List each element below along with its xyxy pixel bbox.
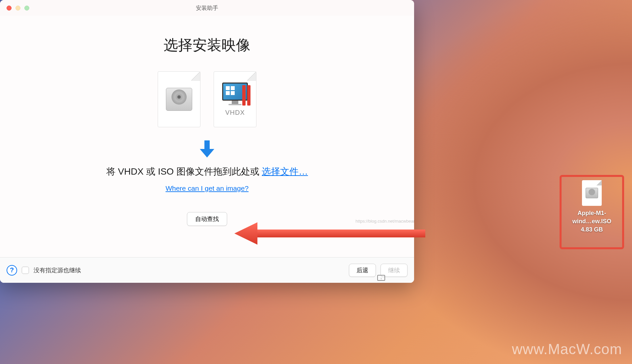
vhdx-card[interactable]: VHDX [214,71,256,127]
image-type-options: VHDX [158,71,256,127]
checkbox-label: 没有指定源也继续 [34,266,344,274]
monitor-icon [222,83,248,106]
close-button[interactable] [7,6,12,11]
titlebar: 安装助手 [0,0,414,16]
drag-instruction: 将 VHDX 或 ISO 图像文件拖到此处或 选择文件… [106,165,308,178]
desktop-iso-file[interactable]: Apple-M1- wind…ew.ISO 4.83 GB [560,175,624,249]
watermark-csdn: https://blog.csdn.net/macwbear [356,219,415,224]
page-heading: 选择安装映像 [164,36,250,55]
where-get-image-link[interactable]: Where can I get an image? [166,184,249,192]
display-mode-icon[interactable] [377,275,385,281]
vhdx-label: VHDX [225,109,245,116]
svg-rect-0 [204,140,210,150]
disk-icon [166,88,192,111]
help-button[interactable]: ? [7,265,17,276]
minimize-button [15,6,20,11]
continue-without-source-checkbox[interactable] [22,267,29,274]
disk-image-card[interactable] [158,71,200,127]
auto-find-button[interactable]: 自动查找 [187,212,227,226]
installer-window: 安装助手 选择安装映像 VHDX [0,0,414,283]
iso-file-name: Apple-M1- wind…ew.ISO 4.83 GB [572,209,611,234]
footer-bar: ? 没有指定源也继续 后退 继续 [0,257,414,283]
traffic-lights [0,6,29,11]
watermark-macw: www.MacW.com [512,341,622,357]
instruction-text: 将 VHDX 或 ISO 图像文件拖到此处或 [106,166,262,177]
back-button[interactable]: 后退 [349,264,376,277]
arrow-down-icon [200,140,214,158]
svg-marker-1 [200,149,214,158]
window-title: 安装助手 [196,4,218,12]
content-area[interactable]: 选择安装映像 VHDX 将 VHDX 或 [0,16,414,257]
iso-file-icon [582,180,602,206]
maximize-button [24,6,29,11]
choose-file-link[interactable]: 选择文件… [262,166,308,177]
